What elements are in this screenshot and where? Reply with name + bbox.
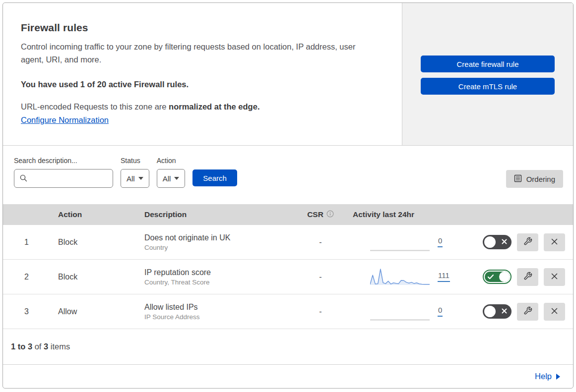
- close-icon: [551, 238, 558, 247]
- normalization-text: URL-encoded Requests to this zone are no…: [21, 102, 382, 112]
- rule-csr: -: [298, 307, 343, 316]
- ordering-list-icon: [514, 174, 522, 184]
- search-label: Search description...: [14, 157, 113, 165]
- toggle-knob: [484, 236, 496, 248]
- toggle-knob: [499, 272, 510, 282]
- close-icon: [551, 307, 558, 316]
- header-text-block: Firewall rules Control incoming traffic …: [3, 3, 402, 145]
- rule-description: Does not originate in UK: [144, 233, 298, 242]
- toggle-x-icon: [501, 308, 508, 316]
- info-icon[interactable]: [326, 210, 334, 220]
- pagination-range: 1 to 3: [11, 342, 32, 351]
- rule-enabled-toggle[interactable]: [483, 235, 512, 249]
- action-label: Action: [157, 157, 186, 165]
- table-row: 1 Block Does not originate in UK Country…: [3, 225, 573, 260]
- wrench-icon: [523, 306, 532, 317]
- rule-priority: 1: [3, 238, 50, 247]
- column-header-action: Action: [50, 210, 139, 219]
- ordering-button[interactable]: Ordering: [506, 170, 563, 188]
- page-description: Control incoming traffic to your zone by…: [21, 41, 378, 66]
- status-dropdown[interactable]: All: [121, 169, 149, 188]
- edit-rule-button[interactable]: [517, 233, 538, 251]
- search-input[interactable]: [14, 169, 113, 188]
- normalization-text-bold: normalized at the edge.: [169, 102, 259, 111]
- action-dropdown-value: All: [163, 174, 171, 183]
- rule-priority: 2: [3, 273, 50, 281]
- activity-sparkline: [370, 233, 430, 252]
- rule-csr: -: [298, 238, 343, 247]
- create-mtls-rule-button[interactable]: Create mTLS rule: [421, 78, 555, 95]
- firewall-rules-panel: Firewall rules Control incoming traffic …: [2, 2, 574, 389]
- wrench-icon: [523, 272, 532, 282]
- delete-rule-button[interactable]: [544, 268, 565, 286]
- delete-rule-button[interactable]: [544, 233, 565, 251]
- search-button[interactable]: Search: [192, 169, 237, 186]
- activity-count-link[interactable]: 0: [438, 306, 443, 317]
- status-label: Status: [121, 157, 149, 165]
- activity-count-link[interactable]: 0: [438, 237, 443, 247]
- edit-rule-button[interactable]: [517, 303, 538, 321]
- action-dropdown[interactable]: All: [157, 169, 186, 188]
- wrench-icon: [523, 237, 532, 247]
- chevron-down-icon: [174, 177, 179, 180]
- filter-bar: Search description... Status All Action …: [3, 146, 573, 204]
- actions-panel: Create firewall rule Create mTLS rule: [402, 3, 573, 145]
- rule-action: Block: [50, 273, 139, 281]
- toggle-check-icon: [487, 274, 494, 281]
- column-header-activity: Activity last 24hr: [343, 210, 467, 219]
- rule-action: Block: [50, 238, 139, 247]
- rule-criteria: IP Source Address: [144, 313, 298, 321]
- rule-csr: -: [298, 273, 343, 281]
- action-filter-group: Action All: [157, 157, 186, 188]
- header-section: Firewall rules Control incoming traffic …: [3, 3, 573, 146]
- close-icon: [551, 273, 558, 281]
- status-filter-group: Status All: [121, 157, 149, 188]
- create-firewall-rule-button[interactable]: Create firewall rule: [421, 56, 555, 72]
- activity-sparkline: [370, 302, 430, 321]
- column-header-description: Description: [139, 210, 298, 219]
- help-link[interactable]: Help: [535, 372, 552, 381]
- rule-description: IP reputation score: [144, 268, 298, 277]
- rule-enabled-toggle[interactable]: [483, 304, 512, 319]
- ordering-button-label: Ordering: [526, 175, 555, 183]
- toggle-knob: [484, 306, 496, 317]
- table-row: 3 Allow Allow listed IPs IP Source Addre…: [3, 294, 573, 329]
- search-group: Search description...: [14, 157, 113, 188]
- edit-rule-button[interactable]: [517, 268, 538, 286]
- delete-rule-button[interactable]: [544, 303, 565, 321]
- pagination-of: of: [32, 342, 44, 351]
- rule-action: Allow: [50, 307, 139, 316]
- help-bar: Help: [3, 365, 573, 388]
- rule-criteria: Country, Threat Score: [144, 279, 298, 286]
- rule-enabled-toggle[interactable]: [483, 270, 512, 284]
- page-title: Firewall rules: [21, 22, 382, 34]
- chevron-down-icon: [138, 177, 143, 180]
- usage-notice: You have used 1 of 20 active Firewall ru…: [21, 80, 382, 89]
- search-icon: [19, 174, 28, 184]
- help-arrow-icon: [556, 374, 560, 380]
- status-dropdown-value: All: [127, 174, 135, 183]
- normalization-text-normal: URL-encoded Requests to this zone are: [21, 102, 169, 111]
- table-row: 2 Block IP reputation score Country, Thr…: [3, 260, 573, 294]
- activity-count-link[interactable]: 111: [438, 272, 450, 282]
- rule-criteria: Country: [144, 244, 298, 251]
- pagination-summary: 1 to 3 of 3 items: [3, 329, 573, 365]
- pagination-items: items: [48, 342, 70, 351]
- rule-priority: 3: [3, 307, 50, 316]
- configure-normalization-link[interactable]: Configure Normalization: [21, 115, 109, 125]
- pagination-total: 3: [44, 342, 48, 351]
- rule-description: Allow listed IPs: [144, 303, 298, 312]
- column-header-csr: CSR: [307, 210, 323, 219]
- toggle-x-icon: [501, 238, 508, 246]
- table-header: Action Description CSR Activity last 24h…: [3, 204, 573, 225]
- activity-sparkline: [370, 268, 430, 286]
